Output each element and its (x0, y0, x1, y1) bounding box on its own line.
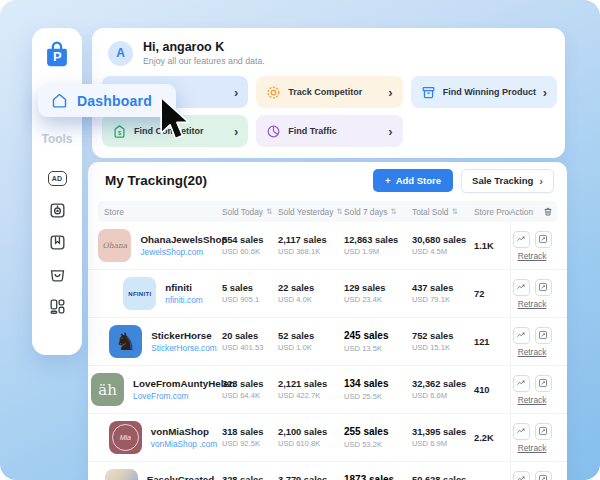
store-cell: Mia vonMiaShop vonMiaShop .com (104, 414, 222, 461)
sold-7days-cell: 129 sales USD 23.4K (344, 270, 412, 317)
sold-7days-cell: 134 sales USD 25.5K (344, 366, 412, 413)
sold-7days-cell: 1873 sales USD 17.3K (344, 462, 412, 480)
sort-icon[interactable]: ⇅ (390, 207, 396, 216)
product-scan-icon[interactable] (47, 200, 67, 220)
sort-icon[interactable]: ⇅ (336, 207, 342, 216)
chevron-right-icon: › (388, 86, 392, 99)
chevron-right-icon: › (539, 175, 543, 187)
greeting-title: Hi, angaroo K (143, 40, 265, 54)
store-products-cell: 121 (474, 318, 510, 365)
bookmark-icon[interactable] (47, 232, 67, 252)
trash-icon[interactable] (543, 206, 553, 217)
sold-yesterday-cell: 2,121 sales USD 422.7K (278, 366, 344, 413)
total-sold-cell: 50,628 sales USD 2.4M (412, 462, 474, 480)
edit-action-button[interactable] (535, 423, 552, 440)
store-products-cell: 72 (474, 270, 510, 317)
table-row: EaselyCreated EaselyCreated .com 328 sal… (88, 462, 567, 480)
store-domain-link[interactable]: nfiniti.com (165, 295, 202, 305)
total-sold-cell: 31,395 sales USD 6.9M (412, 414, 474, 461)
store-avatar-text: NFINITI (128, 291, 151, 297)
retrack-link[interactable]: Retrack (518, 299, 547, 309)
target-icon (266, 85, 281, 100)
action-cell: Retrack (510, 414, 553, 461)
sold-yesterday-cell: 2,100 sales USD 610.8K (278, 414, 344, 461)
store-products-cell: 80.4K (474, 462, 510, 480)
chevron-right-icon: › (543, 86, 547, 99)
table-row: Mia vonMiaShop vonMiaShop .com 318 sales… (88, 414, 567, 462)
store-domain-link[interactable]: vonMiaShop .com (151, 439, 217, 449)
chart-action-button[interactable] (513, 231, 530, 248)
edit-action-button[interactable] (535, 327, 552, 344)
edit-action-button[interactable] (535, 375, 552, 392)
store-products-cell: 1.1K (474, 222, 510, 269)
pie-chart-icon (266, 124, 281, 139)
store-avatar: NFINITI (123, 277, 156, 310)
sidebar-item-dashboard[interactable]: Dashboard (38, 84, 176, 117)
table-row: äh LoveFromAuntyHelen LoveFrom.com 323 s… (88, 366, 567, 414)
sort-icon[interactable]: ⇅ (451, 207, 457, 216)
app-logo[interactable]: P (43, 40, 71, 68)
retrack-link[interactable]: Retrack (518, 251, 547, 261)
store-cell: Ohana OhanaJewelsShop JewelsShop.com (104, 222, 222, 269)
sold-7days-cell: 12,863 sales USD 1.9M (344, 222, 412, 269)
retrack-link[interactable]: Retrack (518, 395, 547, 405)
page-title: My Tracking(20) (105, 173, 207, 188)
edit-action-button[interactable] (535, 231, 552, 248)
store-avatar-text: Mia (112, 424, 139, 451)
chart-action-button[interactable] (513, 471, 530, 480)
column-sold-7days: Sold 7 days⇅ (344, 207, 412, 217)
feature-card-find-traffic[interactable]: Find Traffic › (256, 115, 402, 147)
store-domain-link[interactable]: JewelsShop.com (140, 247, 227, 257)
sold-7days-cell: 255 sales USD 53.2K (344, 414, 412, 461)
sale-tracking-button[interactable]: Sale Tracking › (461, 169, 554, 193)
greeting-subtitle: Enjoy all our features and data. (143, 56, 265, 66)
apps-grid-icon[interactable] (47, 296, 67, 316)
store-products-cell: 2.2K (474, 414, 510, 461)
edit-action-button[interactable] (535, 279, 552, 296)
store-avatar-text: Ohana (103, 241, 128, 250)
my-tracking-panel: My Tracking(20) + Add Store Sale Trackin… (88, 162, 567, 480)
action-cell: Retrack (510, 462, 553, 480)
sold-yesterday-cell: 2,117 sales USD 368.1K (278, 222, 344, 269)
chart-action-button[interactable] (513, 279, 530, 296)
mouse-cursor (158, 96, 194, 146)
store-domain-link[interactable]: LoveFrom.com (133, 391, 235, 401)
edit-action-button[interactable] (535, 471, 552, 480)
svg-text:$: $ (118, 129, 122, 135)
store-cell: ♞ StickerHorse StickerHorse.com (104, 318, 222, 365)
chart-action-button[interactable] (513, 327, 530, 344)
column-sold-yesterday: Sold Yesterday⇅ (278, 207, 344, 217)
add-store-button[interactable]: + Add Store (373, 169, 453, 192)
retrack-link[interactable]: Retrack (518, 443, 547, 453)
sidebar: P Tools AD (32, 28, 82, 355)
store-domain-link[interactable]: StickerHorse.com (151, 343, 216, 353)
basket-icon[interactable] (47, 264, 67, 284)
store-cell: EaselyCreated EaselyCreated .com (104, 462, 222, 480)
table-body: Ohana OhanaJewelsShop JewelsShop.com 554… (88, 222, 567, 480)
total-sold-cell: 30,680 sales USD 4.5M (412, 222, 474, 269)
chevron-right-icon: › (388, 125, 392, 138)
table-row: NFINITI nfiniti nfiniti.com 5 sales USD … (88, 270, 567, 318)
ad-tool-icon[interactable]: AD (47, 168, 67, 188)
home-icon (51, 92, 68, 109)
feature-card-track-competitor[interactable]: Track Competitor › (256, 76, 402, 108)
store-avatar-text: ♞ (115, 330, 137, 354)
sold-yesterday-cell: 22 sales USD 4.0K (278, 270, 344, 317)
store-avatar: Ohana (98, 229, 131, 262)
chevron-right-icon: › (234, 125, 238, 138)
retrack-link[interactable]: Retrack (518, 347, 547, 357)
store-avatar-text: äh (98, 381, 117, 399)
tools-label: Tools (32, 132, 82, 146)
greeting-block: A Hi, angaroo K Enjoy all our features a… (92, 28, 565, 66)
chevron-right-icon: › (234, 86, 238, 99)
sold-yesterday-cell: 52 sales USD 1.0K (278, 318, 344, 365)
sort-icon[interactable]: ⇅ (266, 207, 272, 216)
store-avatar (105, 469, 138, 480)
column-store-products: Store Products (474, 207, 510, 217)
table-row: Ohana OhanaJewelsShop JewelsShop.com 554… (88, 222, 567, 270)
sold-today-cell: 5 sales USD 905.1 (222, 270, 278, 317)
sold-today-cell: 323 sales USD 64.4K (222, 366, 278, 413)
feature-card-find-winning-product[interactable]: Find Winning Product › (411, 76, 557, 108)
chart-action-button[interactable] (513, 375, 530, 392)
chart-action-button[interactable] (513, 423, 530, 440)
